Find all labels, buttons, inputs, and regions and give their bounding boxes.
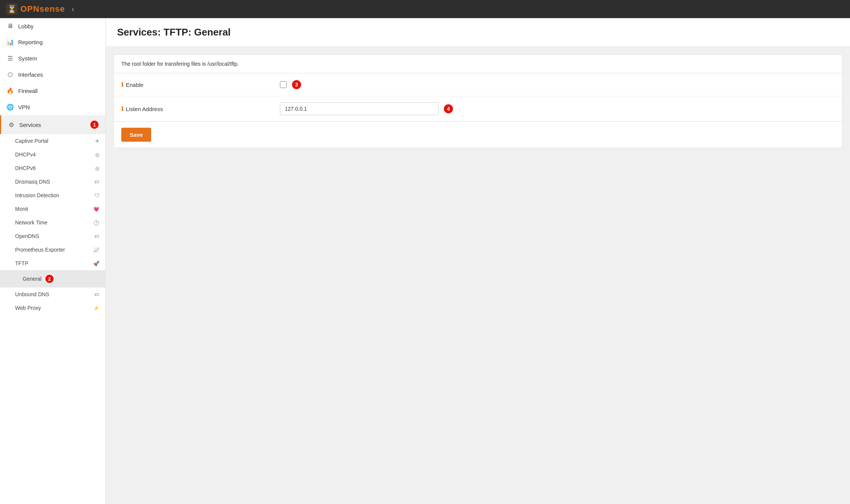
general-badge: 2 [45, 274, 54, 284]
page-title: Services: TFTP: General [117, 26, 839, 38]
dhcpv4-icon: ◎ [95, 152, 99, 158]
captive-portal-icon: ✈ [95, 138, 99, 144]
system-icon: ☰ [6, 55, 14, 62]
sidebar-item-services[interactable]: ⚙ Services 1 [0, 115, 105, 134]
dnsmasq-icon: 🏷 [94, 179, 99, 185]
sidebar-item-label: Reporting [18, 39, 99, 45]
services-badge: 1 [90, 120, 99, 130]
annotation-4: 4 [443, 104, 454, 114]
reporting-icon: 📊 [6, 39, 14, 46]
sidebar-subitem-opendns[interactable]: OpenDNS 🏷 [0, 229, 105, 243]
sidebar-subitem-captive-portal[interactable]: Captive Portal ✈ [0, 134, 105, 148]
content-area: The root folder for transfering files is… [106, 47, 850, 156]
sidebar-subitem-intrusion[interactable]: Intrusion Detection 🛡 [0, 189, 105, 202]
sidebar-item-vpn[interactable]: 🌐 VPN [0, 99, 105, 115]
unbound-icon: 🏷 [94, 292, 99, 297]
sidebar-subitem-monit[interactable]: Monit 💗 [0, 202, 105, 216]
sidebar-subitem-dhcpv4[interactable]: DHCPv4 ◎ [0, 148, 105, 161]
logo-icon: ⏳ [5, 3, 18, 15]
main-content: Services: TFTP: General The root folder … [106, 18, 850, 504]
listen-address-input[interactable] [280, 102, 439, 115]
firewall-icon: 🔥 [6, 87, 14, 94]
sidebar-item-label: Interfaces [18, 71, 99, 78]
sidebar-item-firewall[interactable]: 🔥 Firewall [0, 83, 105, 99]
enable-info-icon: ℹ [121, 81, 124, 88]
sidebar-subitem-unbound[interactable]: Unbound DNS 🏷 [0, 288, 105, 301]
annotation-3: 3 [291, 79, 302, 90]
sidebar-item-label: Firewall [18, 88, 99, 94]
sidebar-subitem-tftp[interactable]: TFTP 🚀 [0, 257, 105, 270]
sidebar-item-label: Services [19, 122, 90, 128]
enable-control: 3 [280, 79, 835, 90]
sidebar-item-label: VPN [18, 104, 99, 110]
networktime-icon: 🕐 [93, 220, 99, 226]
enable-label: ℹ Enable [121, 81, 280, 88]
main-layout: 🖥 Lobby 📊 Reporting ☰ System ⬡ Interface… [0, 18, 850, 504]
listen-address-row: ℹ Listen Address 4 [114, 96, 842, 121]
dhcpv6-icon: ◎ [95, 165, 99, 171]
lobby-icon: 🖥 [6, 23, 14, 29]
navbar: ⏳ OPNsense ‹ [0, 0, 850, 18]
listen-label: ℹ Listen Address [121, 105, 280, 112]
sidebar-subitem-dnsmasq[interactable]: Dnsmasq DNS 🏷 [0, 175, 105, 189]
enable-checkbox[interactable] [280, 81, 287, 88]
form-section: ℹ Enable 3 ℹ Listen Address [113, 73, 842, 122]
sidebar-subitem-prometheus[interactable]: Prometheus Exporter 📈 [0, 243, 105, 257]
sidebar-item-system[interactable]: ☰ System [0, 50, 105, 66]
save-button[interactable]: Save [121, 128, 151, 142]
collapse-button[interactable]: ‹ [72, 5, 74, 13]
prometheus-icon: 📈 [93, 247, 99, 253]
enable-row: ℹ Enable 3 [114, 73, 842, 96]
sidebar-item-lobby[interactable]: 🖥 Lobby [0, 18, 105, 34]
intrusion-icon: 🛡 [94, 193, 99, 198]
sidebar-item-reporting[interactable]: 📊 Reporting [0, 34, 105, 50]
sidebar-subitem-general[interactable]: General 2 [0, 270, 105, 288]
sidebar-subitem-networktime[interactable]: Network Time 🕐 [0, 216, 105, 229]
sidebar-subitem-webproxy[interactable]: Web Proxy ⚡ [0, 301, 105, 315]
button-row: Save [113, 122, 842, 148]
sidebar: 🖥 Lobby 📊 Reporting ☰ System ⬡ Interface… [0, 18, 106, 504]
interfaces-icon: ⬡ [6, 71, 14, 78]
tftp-icon: 🚀 [93, 261, 99, 266]
page-header: Services: TFTP: General [106, 18, 850, 47]
sidebar-subitem-dhcpv6[interactable]: DHCPv6 ◎ [0, 161, 105, 175]
listen-control: 4 [280, 102, 835, 115]
info-box: The root folder for transfering files is… [113, 54, 842, 73]
info-text: The root folder for transfering files is… [121, 61, 239, 67]
sidebar-item-interfaces[interactable]: ⬡ Interfaces [0, 66, 105, 83]
sidebar-item-label: Lobby [18, 23, 99, 29]
listen-info-icon: ℹ [121, 105, 124, 112]
monit-icon: 💗 [93, 206, 99, 212]
opendns-icon: 🏷 [94, 233, 99, 239]
webproxy-icon: ⚡ [93, 305, 99, 311]
sidebar-item-label: System [18, 55, 99, 62]
logo-text: OPNsense [20, 4, 65, 14]
vpn-icon: 🌐 [6, 104, 14, 111]
svg-text:⏳: ⏳ [7, 5, 17, 14]
services-icon: ⚙ [7, 121, 15, 128]
logo: ⏳ OPNsense [5, 3, 65, 15]
